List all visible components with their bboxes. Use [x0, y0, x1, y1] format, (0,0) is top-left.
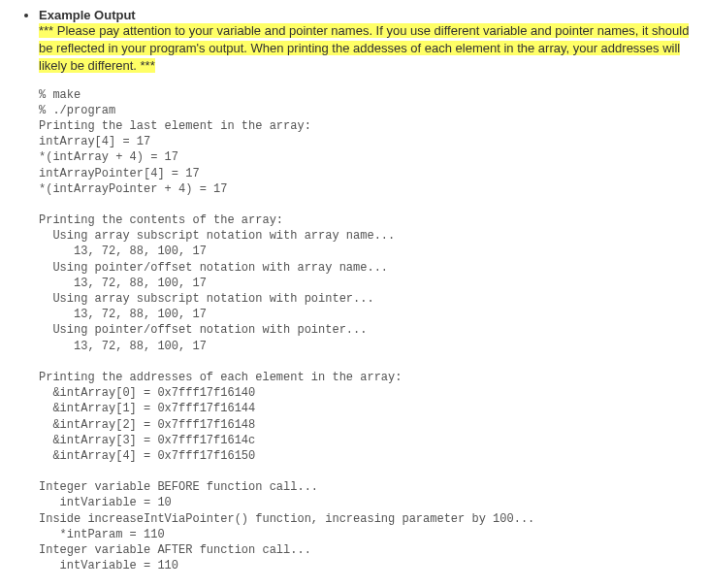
example-output-code: % make % ./program Printing the last ele…: [39, 87, 701, 574]
example-output-title: Example Output: [39, 8, 136, 22]
document-list: Example Output *** Please pay attention …: [23, 8, 701, 588]
example-output-section: Example Output *** Please pay attention …: [39, 8, 701, 573]
warning-highlight: *** Please pay attention to your variabl…: [39, 23, 689, 73]
